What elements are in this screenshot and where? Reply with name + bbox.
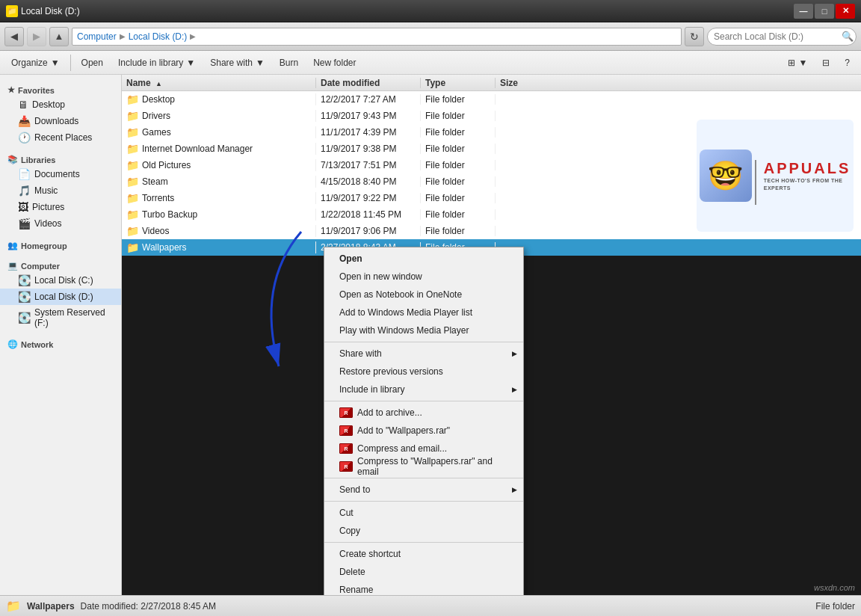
col-header-name[interactable]: Name ▲ (122, 78, 316, 88)
appuals-cartoon-icon: 🤓 (700, 150, 752, 202)
main-layout: ★ Favorites 🖥 Desktop 📥 Downloads 🕐 Rece… (0, 75, 861, 595)
forward-button[interactable]: ▶ (27, 27, 46, 46)
toolbar: Organize ▼ Open Include in library ▼ Sha… (0, 51, 861, 75)
file-type: File folder (421, 94, 496, 105)
appuals-text-block: APPUALS TECH HOW-TO'S FROM THE EXPERTS (758, 160, 851, 191)
recent-icon: 🕐 (18, 132, 31, 144)
table-row[interactable]: 📁 Desktop 12/2/2017 7:27 AM File folder (122, 91, 861, 108)
sidebar-item-recent[interactable]: 🕐 Recent Places (0, 129, 121, 146)
file-type: File folder (421, 176, 496, 187)
sidebar-item-downloads[interactable]: 📥 Downloads (0, 113, 121, 129)
sidebar-item-music[interactable]: 🎵 Music (0, 182, 121, 199)
file-name: Torrents (142, 193, 174, 203)
sidebar-item-pictures[interactable]: 🖼 Pictures (0, 199, 121, 215)
file-name: Internet Download Manager (142, 144, 253, 154)
open-button[interactable]: Open (75, 53, 110, 73)
col-size-label: Size (500, 78, 518, 88)
sidebar-item-f-drive[interactable]: 💽 System Reserved (F:) (0, 305, 121, 330)
documents-icon: 📄 (18, 168, 31, 180)
cm-open[interactable]: Open (324, 250, 523, 268)
view-button[interactable]: ⊞ ▼ (781, 53, 814, 73)
sidebar-computer-section[interactable]: 💻 Computer (0, 256, 121, 272)
folder-icon: 📁 (126, 176, 139, 188)
new-folder-button[interactable]: New folder (306, 53, 362, 73)
sidebar-network-section[interactable]: 🌐 Network (0, 335, 121, 351)
computer-icon: 💻 (7, 261, 18, 271)
context-menu-label: Restore previous versions (339, 366, 443, 377)
share-with-button[interactable]: Share with ▼ (203, 53, 271, 73)
cm-compress-email[interactable]: RCompress and email... (324, 440, 523, 458)
cm-library[interactable]: Include in library (324, 381, 523, 398)
include-library-label: Include in library (118, 58, 183, 68)
videos-icon: 🎬 (18, 218, 31, 230)
cm-sendto[interactable]: Send to (324, 481, 523, 499)
context-menu-label: Copy (339, 526, 360, 536)
context-menu-label: Cut (339, 508, 354, 518)
cm-open-new[interactable]: Open in new window (324, 268, 523, 286)
file-type: File folder (421, 209, 496, 220)
layout-button[interactable]: ⊟ (815, 53, 836, 73)
status-folder-icon: 📁 (6, 599, 21, 613)
c-drive-icon: 💽 (18, 274, 31, 286)
col-header-type[interactable]: Type (421, 78, 496, 88)
file-name: Wallpapers (142, 242, 187, 253)
up-button[interactable]: ▲ (49, 27, 69, 46)
help-button[interactable]: ? (838, 53, 857, 73)
sidebar-item-d-drive[interactable]: 💽 Local Disk (D:) (0, 289, 121, 305)
organize-button[interactable]: Organize ▼ (4, 53, 67, 73)
cm-delete[interactable]: Delete (324, 563, 523, 581)
breadcrumb-sep1: ▶ (120, 32, 126, 40)
cm-rename[interactable]: Rename (324, 581, 523, 595)
maximize-button[interactable]: □ (815, 4, 834, 19)
burn-button[interactable]: Burn (273, 53, 305, 73)
view-icon: ⊞ (788, 58, 795, 68)
cm-copy[interactable]: Copy (324, 522, 523, 540)
sidebar-item-c-drive[interactable]: 💽 Local Disk (C:) (0, 272, 121, 289)
file-name: Old Pictures (142, 160, 191, 170)
sidebar-favorites-section[interactable]: ★ Favorites (0, 81, 121, 96)
cm-add-archive[interactable]: RAdd to archive... (324, 404, 523, 422)
col-header-date[interactable]: Date modified (316, 78, 421, 88)
share-with-label: Share with (210, 58, 253, 68)
cm-share[interactable]: Share with (324, 345, 523, 363)
folder-icon: 📁 (126, 209, 139, 221)
breadcrumb-computer[interactable]: Computer (77, 31, 117, 42)
cm-add-rar[interactable]: RAdd to "Wallpapers.rar" (324, 422, 523, 440)
sidebar-item-documents[interactable]: 📄 Documents (0, 166, 121, 182)
breadcrumb-disk[interactable]: Local Disk (D:) (129, 31, 188, 42)
include-library-button[interactable]: Include in library ▼ (111, 53, 202, 73)
context-menu-label: Send to (339, 484, 370, 495)
cm-wmp-list[interactable]: Add to Windows Media Player list (324, 304, 523, 321)
refresh-button[interactable]: ↻ (685, 27, 704, 46)
search-button[interactable]: 🔍 (842, 31, 854, 42)
sidebar-item-desktop[interactable]: 🖥 Desktop (0, 96, 121, 113)
title-bar-icon: 📁 (6, 5, 18, 17)
rar-icon: R (339, 461, 353, 472)
sidebar-item-videos[interactable]: 🎬 Videos (0, 215, 121, 232)
search-input[interactable] (707, 28, 857, 46)
folder-icon: 📁 (126, 225, 139, 237)
organize-arrow: ▼ (51, 58, 60, 68)
sidebar-homegroup-section[interactable]: 👥 Homegroup (0, 236, 121, 252)
minimize-button[interactable]: — (794, 4, 813, 19)
title-bar: 📁 Local Disk (D:) — □ ✕ (0, 0, 861, 22)
favorites-label: Favorites (18, 86, 55, 95)
cm-compress-rar-email[interactable]: RCompress to "Wallpapers.rar" and email (324, 458, 523, 475)
context-menu-label: Open as Notebook in OneNote (339, 289, 462, 300)
file-date: 4/15/2018 8:40 PM (316, 176, 421, 187)
file-name: Drivers (142, 111, 170, 121)
cm-wmp-play[interactable]: Play with Windows Media Player (324, 321, 523, 339)
include-library-arrow: ▼ (186, 58, 195, 68)
file-name: Videos (142, 226, 169, 236)
context-menu-label: Compress to "Wallpapers.rar" and email (357, 456, 508, 477)
cm-shortcut[interactable]: Create shortcut (324, 545, 523, 563)
context-menu-label: Add to "Wallpapers.rar" (357, 425, 450, 436)
close-button[interactable]: ✕ (836, 4, 855, 19)
col-header-size[interactable]: Size (496, 78, 555, 88)
file-date: 1/22/2018 11:45 PM (316, 209, 421, 220)
sidebar-libraries-section[interactable]: 📚 Libraries (0, 150, 121, 166)
cm-cut[interactable]: Cut (324, 504, 523, 522)
cm-onenote[interactable]: Open as Notebook in OneNote (324, 286, 523, 304)
cm-restore[interactable]: Restore previous versions (324, 363, 523, 381)
back-button[interactable]: ◀ (4, 27, 24, 46)
